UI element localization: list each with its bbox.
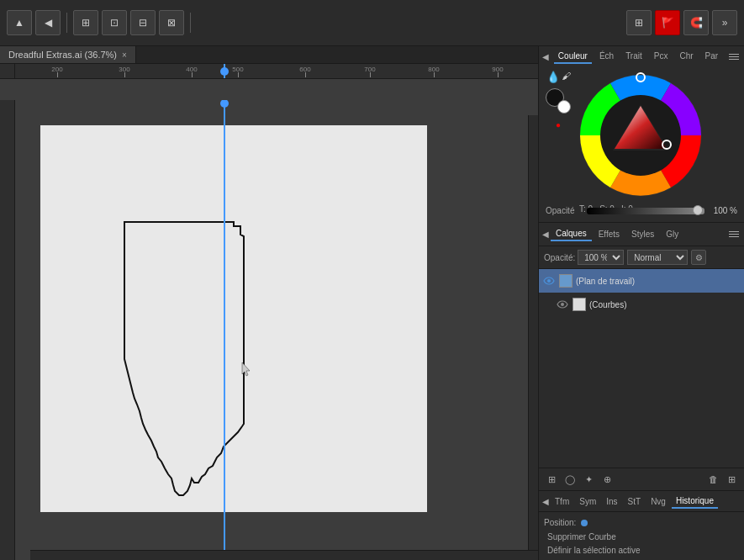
color-wheel-svg[interactable] [576, 71, 706, 201]
toolbar-btn-6[interactable]: ⊠ [159, 10, 184, 35]
top-toolbar: ▲ ◀ ⊞ ⊡ ⊟ ⊠ ⊞ 🚩 🧲 » [0, 0, 744, 46]
layers-collapse-icon[interactable]: ◀ [542, 228, 549, 241]
layers-icon-1[interactable]: ⊞ [544, 472, 559, 487]
layers-icon-2[interactable]: ◯ [562, 472, 578, 487]
collapse-icon[interactable]: ◀ [542, 50, 549, 64]
tab-stt[interactable]: StT [624, 495, 646, 508]
toolbar-btn-4[interactable]: ⊡ [102, 10, 127, 35]
tick-mark-500 [238, 72, 239, 77]
layers-panel: ◀ Calques Effets Styles Gly Opacité: 100… [539, 223, 744, 490]
tab-historique[interactable]: Historique [672, 494, 718, 509]
svg-point-6 [547, 279, 551, 283]
opacity-control: Opacité: 100 % [544, 250, 624, 265]
artboard [40, 125, 427, 512]
color-wheel-container: T: 0 S: 0 I: 0 [576, 71, 706, 201]
separator-1 [66, 13, 67, 33]
layers-bottom-bar: ⊞ ◯ ✦ ⊕ 🗑 ⊞ [539, 468, 744, 490]
layers-opacity-label: Opacité: [544, 253, 575, 262]
doc-tabs: Dreadful Extras.ai (36.7%) × [0, 46, 538, 64]
position-row: Position: [544, 515, 739, 530]
paint-icon[interactable]: 🖌 [562, 71, 571, 83]
alberta-svg [40, 125, 427, 512]
right-panel: ◀ Couleur Éch Trait Pcx Chr Par [538, 46, 744, 560]
doc-title: Dreadful Extras.ai (36.7%) [8, 50, 117, 60]
background-swatch[interactable] [557, 100, 571, 114]
toolbar-more-btn[interactable]: » [712, 10, 737, 35]
transform-collapse-icon[interactable]: ◀ [542, 494, 549, 508]
layers-icon-3[interactable]: ✦ [581, 472, 596, 487]
layers-add-icon[interactable]: ⊞ [724, 472, 739, 487]
panel-menu-icon[interactable] [727, 50, 741, 64]
tab-ins[interactable]: Ins [602, 495, 621, 508]
layer-name-2: (Courbes) [589, 300, 741, 309]
opacity-value: 100 % [708, 206, 737, 215]
tab-chr[interactable]: Chr [675, 50, 697, 64]
tab-par[interactable]: Par [701, 50, 723, 64]
toolbar-btn-3[interactable]: ⊞ [73, 10, 98, 35]
toolbar-btn-2[interactable]: ◀ [35, 10, 61, 35]
layer-color-2 [573, 298, 586, 311]
position-dot [581, 520, 588, 526]
ruler-guide-handle[interactable] [220, 67, 229, 76]
color-controls: 💧 🖌 ● [542, 67, 741, 204]
tick-mark-700 [370, 72, 371, 77]
toolbar-btn-1[interactable]: ▲ [7, 10, 32, 35]
toolbar-magnet-btn[interactable]: 🧲 [683, 10, 709, 35]
layers-menu-icon[interactable] [727, 228, 741, 241]
toolbar-flag-btn[interactable]: 🚩 [655, 10, 680, 35]
tick-mark-600 [305, 72, 306, 77]
tab-pcx[interactable]: Pcx [650, 50, 673, 64]
canvas-wrapper: Dreadful Extras.ai (36.7%) × 200 300 400… [0, 46, 538, 560]
layers-delete-icon[interactable]: 🗑 [705, 472, 720, 487]
opacity-slider[interactable] [587, 208, 704, 214]
layers-controls: Opacité: 100 % Normal ⚙ [539, 246, 744, 269]
layer-color-1 [559, 274, 573, 288]
layers-settings-btn[interactable]: ⚙ [691, 250, 706, 265]
tab-sym[interactable]: Sym [575, 495, 600, 508]
action-label-1: Supprimer Courbe [544, 531, 620, 543]
position-label: Position: [544, 518, 576, 527]
ruler-guide-dot [220, 100, 229, 108]
layer-visibility-1[interactable] [542, 274, 556, 288]
canvas-area[interactable] [15, 100, 538, 560]
layer-visibility-2[interactable] [556, 298, 569, 311]
layer-item-courbes[interactable]: (Courbes) [539, 293, 744, 316]
tab-calques[interactable]: Calques [551, 227, 592, 241]
layers-icon-4[interactable]: ⊕ [599, 472, 615, 487]
doc-close-icon[interactable]: × [122, 50, 127, 60]
scrollbar-horizontal[interactable] [30, 550, 538, 560]
tab-tfm[interactable]: Tfm [551, 495, 573, 508]
toolbar-btn-5[interactable]: ⊟ [130, 10, 156, 35]
separator-2 [190, 13, 191, 33]
layer-item-plan-de-travail[interactable]: (Plan de travail) [539, 269, 744, 293]
opacity-thumb[interactable] [693, 205, 703, 215]
action-label-2: Définir la sélection active [544, 544, 644, 557]
eyedropper-icon[interactable]: 💧 [546, 71, 560, 83]
layer-name-1: (Plan de travail) [576, 277, 741, 286]
color-panel-header: ◀ Couleur Éch Trait Pcx Chr Par [542, 50, 741, 64]
tick-mark-200 [57, 72, 58, 77]
tick-mark-300 [124, 72, 125, 77]
tab-effets[interactable]: Effets [594, 228, 625, 240]
toolbar-grid-btn[interactable]: ⊞ [626, 10, 652, 35]
tab-couleur[interactable]: Couleur [554, 50, 592, 64]
layers-tabs-row: ◀ Calques Effets Styles Gly [539, 223, 744, 246]
blend-mode-select[interactable]: Normal [627, 250, 688, 265]
scrollbar-vertical[interactable] [528, 115, 538, 550]
main-area: Dreadful Extras.ai (36.7%) × 200 300 400… [0, 46, 744, 560]
ruler-top: 200 300 400 500 600 700 800 900 [0, 64, 538, 79]
tab-gly[interactable]: Gly [661, 228, 683, 240]
tab-ech[interactable]: Éch [595, 50, 618, 64]
svg-point-7 [561, 303, 564, 306]
doc-tab-active[interactable]: Dreadful Extras.ai (36.7%) × [0, 46, 136, 63]
tab-trait[interactable]: Trait [621, 50, 646, 64]
action-2[interactable]: Définir la sélection active [544, 543, 739, 557]
tick-mark-800 [434, 72, 435, 77]
action-1[interactable]: Supprimer Courbe [544, 530, 739, 543]
tab-styles[interactable]: Styles [626, 228, 659, 240]
layers-opacity-select[interactable]: 100 % [578, 250, 624, 265]
historique-panel: Position: Supprimer Courbe Définir la sé… [539, 512, 744, 560]
color-swatches: 💧 🖌 ● [546, 71, 571, 201]
red-dot[interactable]: ● [556, 120, 561, 129]
tab-nvg[interactable]: Nvg [646, 495, 670, 508]
